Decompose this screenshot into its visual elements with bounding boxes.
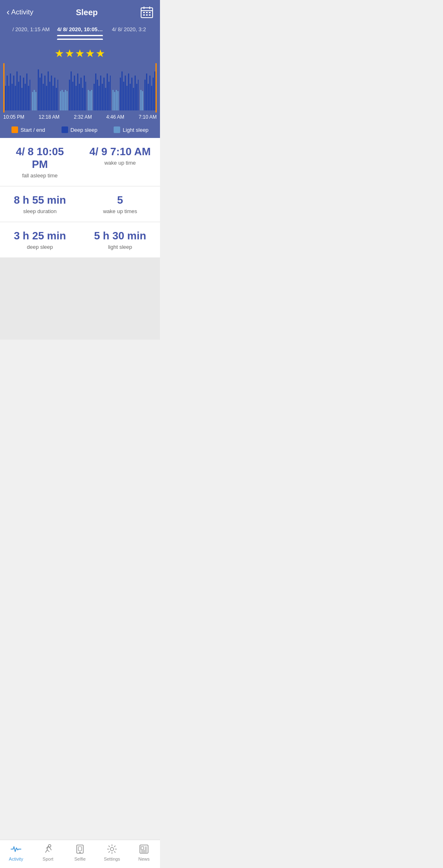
svg-rect-72 [110,76,111,110]
svg-rect-81 [126,86,128,110]
svg-rect-63 [95,73,96,110]
time-label-5: 7:10 AM [139,114,157,120]
svg-rect-96 [153,78,154,110]
back-chevron-icon: ‹ [7,8,9,17]
svg-rect-64 [97,80,98,110]
svg-rect-80 [125,76,126,110]
back-button[interactable]: ‹ Activity [7,8,33,17]
fall-asleep-label: fall asleep time [8,172,72,179]
stat-fall-asleep: 4/ 8 10:05 PM fall asleep time [0,138,80,186]
svg-rect-6 [149,12,151,13]
date-tab-next[interactable]: 4/ 8/ 2020, 3:2 [105,24,153,43]
svg-rect-79 [123,82,124,110]
svg-rect-22 [23,78,24,110]
header: ‹ Activity Sleep / 2020, 1:15 AM [0,0,160,43]
wake-times-value: 5 [89,194,152,207]
svg-rect-12 [7,76,8,110]
svg-rect-59 [88,90,89,110]
legend-dot-orange [11,126,18,133]
svg-rect-5 [146,12,148,13]
svg-rect-83 [130,84,131,110]
svg-rect-40 [54,78,55,110]
svg-rect-16 [13,76,14,110]
back-label: Activity [11,8,33,16]
svg-rect-50 [72,82,73,110]
svg-rect-58 [85,82,86,110]
legend-start-end: Start / end [11,126,45,133]
svg-rect-75 [116,90,117,110]
legend-dot-light [114,126,120,133]
svg-rect-31 [39,78,41,110]
sleep-duration-value: 8 h 55 min [8,194,72,207]
svg-rect-53 [77,73,78,110]
legend-dot-deep [62,126,68,133]
svg-rect-84 [131,78,132,110]
svg-rect-90 [142,91,143,110]
svg-rect-51 [74,76,75,110]
svg-rect-61 [91,90,92,110]
svg-rect-30 [38,69,39,110]
page-title: Sleep [76,8,98,17]
svg-rect-36 [48,71,49,110]
time-label-1: 10:05 PM [3,114,24,120]
chart-legend: Start / end Deep sleep Light sleep [0,123,160,138]
svg-rect-37 [49,82,50,110]
wake-times-label: wake up times [89,208,152,214]
empty-area [0,257,160,340]
svg-rect-87 [136,84,137,110]
date-tabs: / 2020, 1:15 AM 4/ 8/ 2020, 10:05 PM 4/ … [7,24,153,43]
time-label-2: 12:18 AM [39,114,59,120]
svg-rect-43 [60,91,61,110]
fall-asleep-value: 4/ 8 10:05 PM [8,145,72,171]
svg-rect-18 [16,71,18,110]
svg-rect-92 [146,73,147,110]
calendar-icon[interactable] [140,6,153,19]
stats-row-duration: 8 h 55 min sleep duration 5 wake up time… [0,186,160,222]
svg-rect-46 [65,90,66,110]
svg-rect-35 [46,86,47,110]
wake-up-time-label: wake up time [89,160,152,166]
svg-rect-78 [121,71,123,110]
svg-rect-23 [25,84,26,110]
time-labels: 10:05 PM 12:18 AM 2:32 AM 4:46 AM 7:10 A… [0,113,160,123]
svg-rect-77 [120,78,121,110]
svg-rect-9 [149,14,151,16]
svg-rect-29 [35,92,37,110]
svg-rect-24 [26,73,27,110]
chart-end-line [155,63,157,113]
svg-rect-94 [149,76,151,110]
sleep-rating: ★★★★★ [0,47,160,60]
legend-label-start-end: Start / end [21,127,45,133]
svg-rect-68 [103,78,105,110]
svg-rect-67 [102,84,103,110]
deep-sleep-label: deep sleep [8,244,72,250]
svg-rect-42 [57,80,58,110]
svg-rect-45 [63,92,64,110]
stat-light-sleep: 5 h 30 min light sleep [80,222,160,257]
svg-rect-19 [18,82,19,110]
date-tab-current[interactable]: 4/ 8/ 2020, 10:05 PM [55,24,104,43]
svg-rect-44 [62,90,63,110]
stat-deep-sleep: 3 h 25 min deep sleep [0,222,80,257]
svg-rect-95 [151,86,152,110]
stats-row-sleep-types: 3 h 25 min deep sleep 5 h 30 min light s… [0,222,160,257]
svg-rect-34 [44,76,46,110]
svg-rect-74 [114,92,115,110]
stat-wake-times: 5 wake up times [80,186,160,222]
stat-sleep-duration: 8 h 55 min sleep duration [0,186,80,222]
svg-rect-56 [82,88,83,110]
chart-start-line [3,63,5,113]
date-tab-prev[interactable]: / 2020, 1:15 AM [7,24,55,43]
svg-rect-49 [71,71,72,110]
svg-rect-41 [56,88,57,110]
svg-rect-82 [128,73,129,110]
svg-rect-4 [143,12,145,13]
light-sleep-label: light sleep [89,244,152,250]
svg-rect-88 [138,80,139,110]
stats-row-times: 4/ 8 10:05 PM fall asleep time 4/ 9 7:10… [0,138,160,186]
chart-container: ★★★★★ [0,43,160,123]
svg-rect-27 [32,92,33,110]
legend-label-deep: Deep sleep [71,127,98,133]
svg-rect-39 [53,86,54,110]
svg-rect-15 [11,84,13,110]
